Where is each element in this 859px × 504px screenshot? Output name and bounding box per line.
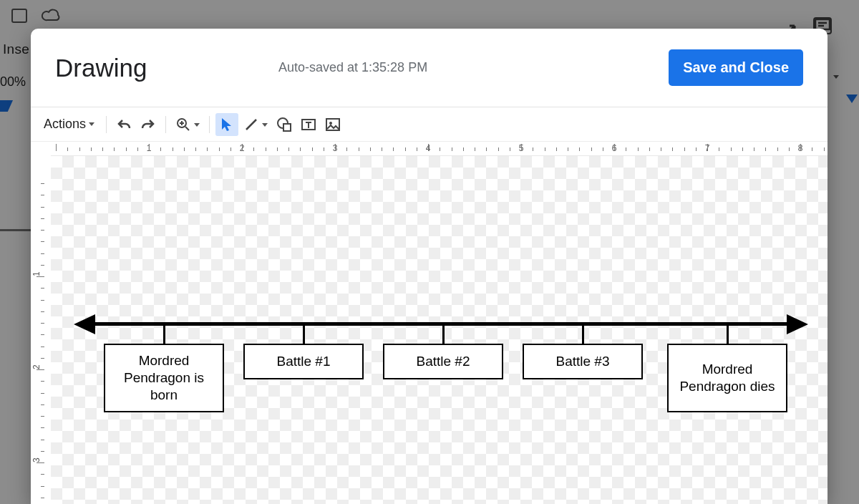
svg-rect-2 xyxy=(283,124,291,131)
zoom-button[interactable] xyxy=(172,113,203,136)
timeline-box-label: Battle #2 xyxy=(417,353,470,370)
separator xyxy=(106,116,107,133)
separator xyxy=(209,116,210,133)
save-and-close-button[interactable]: Save and Close xyxy=(669,49,803,86)
timeline-connector[interactable] xyxy=(582,324,584,345)
drawing-dialog: Drawing Auto-saved at 1:35:28 PM Save an… xyxy=(31,29,828,504)
dialog-title: Drawing xyxy=(55,54,147,82)
timeline-box[interactable]: Battle #2 xyxy=(383,344,503,379)
shape-tool-button[interactable] xyxy=(273,113,296,136)
line-tool-button[interactable] xyxy=(240,113,271,136)
timeline-box[interactable]: Battle #3 xyxy=(523,344,643,379)
timeline-arrow[interactable] xyxy=(87,322,795,326)
timeline-box[interactable]: Battle #1 xyxy=(243,344,364,379)
timeline-drawing: Mordred Pendragon is born Battle #1 Batt… xyxy=(87,304,795,504)
timeline-box[interactable]: Mordred Pendragon dies xyxy=(667,344,787,412)
svg-point-5 xyxy=(329,122,332,125)
actions-menu[interactable]: Actions xyxy=(38,112,100,136)
actions-label: Actions xyxy=(44,117,86,132)
autosave-status: Auto-saved at 1:35:28 PM xyxy=(278,60,427,75)
select-tool-button[interactable] xyxy=(215,113,238,136)
timeline-connector[interactable] xyxy=(303,324,305,345)
chevron-down-icon xyxy=(262,123,268,127)
redo-button[interactable] xyxy=(137,113,160,136)
chevron-down-icon xyxy=(89,122,94,126)
timeline-box-label: Battle #3 xyxy=(556,353,610,370)
horizontal-ruler: 12345678 xyxy=(51,142,828,156)
timeline-connector[interactable] xyxy=(163,324,165,345)
drawing-canvas[interactable]: Mordred Pendragon is born Battle #1 Batt… xyxy=(51,156,828,504)
timeline-connector[interactable] xyxy=(442,324,445,345)
undo-button[interactable] xyxy=(112,113,135,136)
dialog-header: Drawing Auto-saved at 1:35:28 PM Save an… xyxy=(31,29,828,107)
timeline-box-label: Battle #1 xyxy=(277,353,331,370)
chevron-down-icon xyxy=(194,123,200,127)
timeline-box-label: Mordred Pendragon is born xyxy=(112,352,215,403)
vertical-ruler: 123 xyxy=(31,156,51,504)
drawing-toolbar: Actions xyxy=(31,107,828,142)
textbox-tool-button[interactable] xyxy=(297,113,320,136)
separator xyxy=(165,116,166,133)
timeline-connector[interactable] xyxy=(727,324,729,345)
timeline-box-label: Mordred Pendragon dies xyxy=(676,361,779,395)
image-tool-button[interactable] xyxy=(321,113,344,136)
timeline-box[interactable]: Mordred Pendragon is born xyxy=(104,344,224,412)
